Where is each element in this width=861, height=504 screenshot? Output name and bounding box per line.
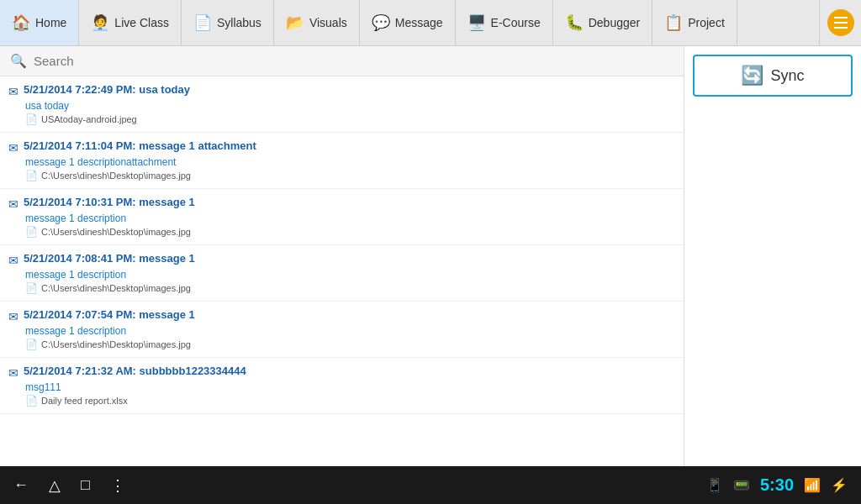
top-navigation: 🏠Home🧑‍💼Live Class📄Syllabus📂Visuals💬Mess… xyxy=(0,0,861,46)
sync-button[interactable]: 🔄 Sync xyxy=(693,55,853,97)
debugger-label: Debugger xyxy=(589,16,641,29)
message-icon: 💬 xyxy=(372,13,390,32)
battery-icon: ⚡ xyxy=(831,477,848,493)
message-attachment: 📄 Daily feed report.xlsx xyxy=(25,395,675,407)
message-attachment: 📄 USAtoday-android.jpeg xyxy=(25,113,675,125)
status-right-indicators: 📱 📟 5:30 📶 ⚡ xyxy=(706,475,848,495)
left-panel: 🔍 ✉ 5/21/2014 7:22:49 PM: usa today usa … xyxy=(0,46,684,466)
live-class-label: Live Class xyxy=(114,16,169,29)
attachment-filename: USAtoday-android.jpeg xyxy=(41,114,137,124)
attachment-icon: 📄 xyxy=(25,113,38,125)
message-header: ✉ 5/21/2014 7:21:32 AM: subbbbb122333444… xyxy=(8,365,675,380)
nav-item-project[interactable]: 📋Project xyxy=(652,0,737,45)
tablet-icon: 📟 xyxy=(733,477,750,493)
home-icon: 🏠 xyxy=(12,13,30,32)
search-icon: 🔍 xyxy=(10,53,27,69)
message-item[interactable]: ✉ 5/21/2014 7:07:54 PM: message 1 messag… xyxy=(0,302,684,358)
attachment-filename: Daily feed report.xlsx xyxy=(41,396,128,406)
search-input[interactable] xyxy=(34,54,673,68)
menu-button[interactable] xyxy=(819,0,861,45)
attachment-icon: 📄 xyxy=(25,226,38,238)
back-icon[interactable]: ← xyxy=(13,476,29,494)
project-icon: 📋 xyxy=(664,13,683,32)
nav-item-live-class[interactable]: 🧑‍💼Live Class xyxy=(79,0,182,45)
phone-icon: 📱 xyxy=(706,477,723,493)
message-item[interactable]: ✉ 5/21/2014 7:08:41 PM: message 1 messag… xyxy=(0,245,684,302)
message-description: message 1 description xyxy=(25,269,675,281)
email-icon: ✉ xyxy=(8,85,18,98)
message-attachment: 📄 C:\Users\dinesh\Desktop\images.jpg xyxy=(25,170,675,181)
wifi-icon: 📶 xyxy=(804,477,821,493)
live-class-icon: 🧑‍💼 xyxy=(91,13,109,32)
message-subject: 5/21/2014 7:21:32 AM: subbbbb1223334444 xyxy=(24,365,246,377)
attachment-filename: C:\Users\dinesh\Desktop\images.jpg xyxy=(41,171,191,181)
status-bar: ← △ □ ⋮ 📱 📟 5:30 📶 ⚡ xyxy=(0,466,861,504)
message-subject: 5/21/2014 7:22:49 PM: usa today xyxy=(24,83,190,96)
sync-label: Sync xyxy=(770,67,804,85)
message-list: ✉ 5/21/2014 7:22:49 PM: usa today usa to… xyxy=(0,76,684,466)
ecourse-icon: 🖥️ xyxy=(467,13,486,32)
nav-item-message[interactable]: 💬Message xyxy=(360,0,456,45)
main-content: 🔍 ✉ 5/21/2014 7:22:49 PM: usa today usa … xyxy=(0,46,861,466)
message-header: ✉ 5/21/2014 7:07:54 PM: message 1 xyxy=(8,308,675,323)
nav-item-syllabus[interactable]: 📄Syllabus xyxy=(182,0,274,45)
syllabus-icon: 📄 xyxy=(193,13,212,32)
message-subject: 5/21/2014 7:11:04 PM: message 1 attachme… xyxy=(24,139,256,152)
recents-icon[interactable]: □ xyxy=(81,476,90,494)
message-header: ✉ 5/21/2014 7:11:04 PM: message 1 attach… xyxy=(8,139,675,155)
nav-item-home[interactable]: 🏠Home xyxy=(0,0,79,45)
syllabus-label: Syllabus xyxy=(217,16,261,29)
nav-item-ecourse[interactable]: 🖥️E-Course xyxy=(456,0,553,45)
email-icon: ✉ xyxy=(8,254,18,267)
message-header: ✉ 5/21/2014 7:10:31 PM: message 1 xyxy=(8,196,675,211)
message-label: Message xyxy=(395,16,443,29)
message-subject: 5/21/2014 7:10:31 PM: message 1 xyxy=(24,196,195,208)
visuals-label: Visuals xyxy=(309,16,347,29)
attachment-icon: 📄 xyxy=(25,395,38,407)
attachment-icon: 📄 xyxy=(25,339,38,350)
message-description: msg111 xyxy=(25,381,675,393)
message-item[interactable]: ✉ 5/21/2014 7:21:32 AM: subbbbb122333444… xyxy=(0,358,684,414)
project-label: Project xyxy=(688,16,725,29)
sync-icon: 🔄 xyxy=(741,65,763,87)
home-icon[interactable]: △ xyxy=(49,476,61,495)
email-icon: ✉ xyxy=(8,197,18,211)
message-item[interactable]: ✉ 5/21/2014 7:11:04 PM: message 1 attach… xyxy=(0,133,684,189)
nav-item-visuals[interactable]: 📂Visuals xyxy=(274,0,360,45)
attachment-icon: 📄 xyxy=(25,282,38,294)
attachment-filename: C:\Users\dinesh\Desktop\images.jpg xyxy=(41,227,191,237)
message-attachment: 📄 C:\Users\dinesh\Desktop\images.jpg xyxy=(25,339,675,350)
hamburger-icon xyxy=(827,9,854,36)
nav-item-debugger[interactable]: 🐛Debugger xyxy=(553,0,653,45)
email-icon: ✉ xyxy=(8,141,18,155)
attachment-filename: C:\Users\dinesh\Desktop\images.jpg xyxy=(41,283,191,293)
status-left-controls: ← △ □ ⋮ xyxy=(13,476,125,495)
attachment-filename: C:\Users\dinesh\Desktop\images.jpg xyxy=(41,339,191,349)
message-attachment: 📄 C:\Users\dinesh\Desktop\images.jpg xyxy=(25,226,675,238)
message-header: ✉ 5/21/2014 7:22:49 PM: usa today xyxy=(8,83,675,98)
home-label: Home xyxy=(35,16,66,29)
email-icon: ✉ xyxy=(8,366,18,380)
message-description: usa today xyxy=(25,100,675,112)
message-item[interactable]: ✉ 5/21/2014 7:22:49 PM: usa today usa to… xyxy=(0,76,684,133)
message-description: message 1 descriptionattachment xyxy=(25,156,675,168)
message-attachment: 📄 C:\Users\dinesh\Desktop\images.jpg xyxy=(25,282,675,294)
attachment-icon: 📄 xyxy=(25,170,38,181)
menu-dots-icon[interactable]: ⋮ xyxy=(110,476,125,495)
message-subject: 5/21/2014 7:07:54 PM: message 1 xyxy=(24,308,195,321)
message-header: ✉ 5/21/2014 7:08:41 PM: message 1 xyxy=(8,252,675,267)
message-description: message 1 description xyxy=(25,325,675,337)
status-time: 5:30 xyxy=(760,475,794,495)
message-description: message 1 description xyxy=(25,213,675,224)
message-item[interactable]: ✉ 5/21/2014 7:10:31 PM: message 1 messag… xyxy=(0,189,684,245)
message-subject: 5/21/2014 7:08:41 PM: message 1 xyxy=(24,252,195,265)
visuals-icon: 📂 xyxy=(286,13,304,32)
debugger-icon: 🐛 xyxy=(565,13,584,32)
search-bar: 🔍 xyxy=(0,46,684,76)
ecourse-label: E-Course xyxy=(491,16,541,29)
email-icon: ✉ xyxy=(8,310,18,323)
right-panel: 🔄 Sync xyxy=(684,46,861,466)
